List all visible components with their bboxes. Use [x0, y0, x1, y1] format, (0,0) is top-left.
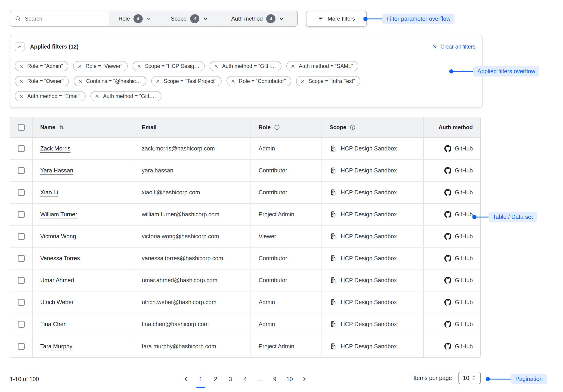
filter-chip-label: Role = “Admin”	[27, 63, 63, 69]
table-row: Yara Hassanyara.hassanContributorHCP Des…	[10, 159, 480, 182]
dismiss-icon[interactable]	[137, 64, 141, 69]
filter-chip[interactable]: Auth method = “SAML”	[286, 61, 358, 71]
previous-page-button[interactable]	[181, 374, 191, 384]
collapse-panel-button[interactable]	[15, 42, 25, 51]
filter-chip[interactable]: Scope = “Infra Test”	[296, 76, 360, 86]
annotation-label: Pagination	[511, 374, 547, 384]
column-header-name[interactable]: Name	[32, 117, 134, 137]
org-icon	[330, 167, 337, 174]
row-checkbox[interactable]	[18, 189, 25, 196]
auth-method-cell: GitHub	[423, 247, 480, 269]
search-input[interactable]	[25, 15, 104, 22]
page-button[interactable]: 4	[240, 374, 250, 388]
annotation-applied-filters-overflow: Applied filters overflow	[449, 66, 539, 76]
column-header-scope: Scope	[322, 117, 423, 137]
role-cell: Contributor	[251, 182, 322, 203]
dismiss-icon[interactable]	[291, 64, 295, 69]
annotation-dot	[449, 69, 453, 74]
info-icon[interactable]	[274, 124, 280, 130]
dismiss-icon[interactable]	[77, 64, 82, 69]
auth-method-cell: GitHub	[423, 137, 480, 159]
dismiss-icon[interactable]	[300, 79, 305, 84]
user-name-link[interactable]: Zack Morris	[40, 145, 71, 152]
user-name-link[interactable]: Vanessa Torres	[40, 255, 80, 261]
column-header-auth-method: Auth method	[423, 117, 480, 137]
annotation-filter-parameter-overflow: Filter parameter overflow	[363, 14, 455, 24]
items-per-page-label: Items per page	[413, 375, 452, 381]
row-checkbox[interactable]	[18, 233, 25, 240]
next-page-button[interactable]	[299, 374, 309, 384]
table-row: Tina Chentina.chen@hashicorp.comAdminHCP…	[10, 313, 480, 335]
github-icon	[444, 277, 451, 284]
scope-cell: HCP Design Sandbox	[322, 313, 423, 335]
github-icon	[444, 233, 451, 240]
filter-chip-label: Auth method = “GitH…	[222, 63, 276, 69]
filter-chip-label: Contains = “@hashic…	[86, 78, 141, 84]
name-cell: Tina Chen	[32, 313, 134, 335]
row-checkbox[interactable]	[18, 343, 25, 350]
dismiss-icon[interactable]	[78, 79, 83, 84]
auth-method-filter-dropdown[interactable]: Auth method 4	[218, 11, 297, 26]
row-checkbox[interactable]	[18, 211, 25, 218]
user-name-link[interactable]: Tara Murphy	[40, 343, 72, 349]
page-button[interactable]: 10	[284, 374, 295, 388]
filter-chip[interactable]: Contains = “@hashic…	[74, 76, 146, 86]
row-checkbox[interactable]	[18, 145, 25, 152]
dismiss-icon[interactable]	[19, 94, 24, 99]
dismiss-icon[interactable]	[95, 94, 100, 99]
results-range-label: 1-10 of 100	[10, 371, 39, 382]
role-filter-dropdown[interactable]: Role 4	[109, 11, 161, 26]
filter-chip[interactable]: Auth method = “GitL…	[90, 91, 161, 101]
dismiss-icon[interactable]	[230, 79, 235, 84]
dismiss-icon[interactable]	[155, 79, 160, 84]
filter-chip-label: Scope = “HCP Desig…	[145, 63, 199, 69]
user-name-link[interactable]: Umar Ahmed	[40, 277, 74, 283]
dismiss-icon[interactable]	[214, 64, 218, 69]
org-icon	[330, 255, 337, 262]
scope-filter-dropdown[interactable]: Scope 3	[161, 11, 218, 26]
items-per-page-select[interactable]: 10	[459, 372, 481, 384]
filter-chip[interactable]: Scope = “Test Project”	[151, 76, 222, 86]
user-name-link[interactable]: William Turner	[40, 211, 77, 218]
org-icon	[330, 145, 337, 152]
filter-chip[interactable]: Role = “Owner”	[15, 76, 69, 86]
dismiss-icon[interactable]	[19, 79, 24, 84]
filter-chip[interactable]: Scope = “HCP Desig…	[133, 61, 205, 71]
filter-chip[interactable]: Role = “Admin”	[15, 61, 68, 71]
row-checkbox[interactable]	[18, 277, 25, 284]
row-checkbox[interactable]	[18, 167, 25, 174]
user-name-link[interactable]: Xiao Li	[40, 189, 58, 196]
user-name-link[interactable]: Tina Chen	[40, 321, 67, 327]
table-footer: 1-10 of 100 1234…910 Items per page 10	[10, 371, 481, 390]
auth-method-cell: GitHub	[423, 335, 480, 357]
row-checkbox[interactable]	[18, 321, 25, 328]
filter-chip-label: Role = “Viewer”	[86, 63, 122, 69]
chip-row: Auth method = “Email”Auth method = “GitL…	[15, 91, 477, 101]
row-checkbox[interactable]	[18, 255, 25, 262]
user-name-link[interactable]: Ulrich Weber	[40, 299, 74, 305]
page-button[interactable]: 3	[225, 374, 235, 388]
dismiss-icon[interactable]	[19, 64, 24, 69]
clear-all-filters-button[interactable]: Clear all filters	[432, 43, 475, 50]
page-button[interactable]: 1	[196, 374, 206, 388]
column-header-email: Email	[134, 117, 251, 137]
filter-chip[interactable]: Role = “Contributor”	[226, 76, 291, 86]
info-icon[interactable]	[349, 124, 356, 130]
user-name-link[interactable]: Yara Hassan	[40, 167, 73, 173]
chevron-up-icon	[17, 44, 22, 49]
filter-chip[interactable]: Auth method = “GitH…	[210, 61, 281, 71]
filter-chip[interactable]: Auth method = “Email”	[15, 91, 86, 101]
more-filters-button[interactable]: More filters	[306, 11, 367, 26]
name-cell: Tara Murphy	[32, 335, 134, 357]
user-name-link[interactable]: Victoria Wong	[40, 233, 76, 239]
github-icon	[444, 299, 451, 306]
auth-method-filter-label: Auth method	[231, 15, 263, 22]
page-button[interactable]: 2	[210, 374, 221, 388]
auth-method-cell: GitHub	[423, 313, 480, 335]
sort-icon[interactable]	[59, 124, 65, 130]
select-all-checkbox[interactable]	[18, 124, 25, 131]
annotation-label: Applied filters overflow	[473, 66, 539, 76]
filter-chip[interactable]: Role = “Viewer”	[73, 61, 128, 71]
row-checkbox[interactable]	[18, 299, 25, 306]
page-button[interactable]: 9	[270, 374, 280, 388]
